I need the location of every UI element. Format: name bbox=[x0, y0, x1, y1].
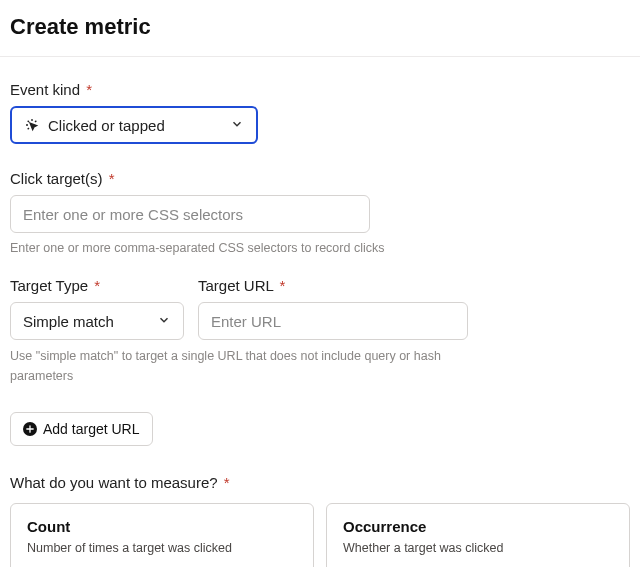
click-targets-label-text: Click target(s) bbox=[10, 170, 103, 187]
measure-label: What do you want to measure? * bbox=[10, 474, 630, 491]
target-type-value: Simple match bbox=[23, 313, 157, 330]
measure-label-text: What do you want to measure? bbox=[10, 474, 218, 491]
target-type-label: Target Type * bbox=[10, 277, 184, 294]
svg-line-3 bbox=[35, 121, 36, 122]
click-targets-input[interactable] bbox=[10, 195, 370, 233]
cursor-click-icon bbox=[24, 117, 40, 133]
measure-option-count[interactable]: Count Number of times a target was click… bbox=[10, 503, 314, 567]
required-asterisk: * bbox=[86, 81, 92, 98]
target-url-label-text: Target URL bbox=[198, 277, 273, 294]
target-type-col: Target Type * Simple match bbox=[10, 277, 184, 340]
page-header: Create metric bbox=[0, 0, 640, 57]
required-asterisk: * bbox=[94, 277, 100, 294]
target-type-select[interactable]: Simple match bbox=[10, 302, 184, 340]
click-targets-help: Enter one or more comma-separated CSS se… bbox=[10, 241, 630, 255]
page-title: Create metric bbox=[10, 14, 630, 40]
measure-option-title: Occurrence bbox=[343, 518, 613, 535]
target-help: Use "simple match" to target a single UR… bbox=[10, 346, 480, 386]
measure-option-desc: Number of times a target was clicked bbox=[27, 541, 297, 555]
svg-line-4 bbox=[28, 128, 29, 129]
required-asterisk: * bbox=[109, 170, 115, 187]
measure-options: Count Number of times a target was click… bbox=[10, 503, 630, 567]
click-targets-label: Click target(s) * bbox=[10, 170, 630, 187]
event-kind-select-wrap: Clicked or tapped bbox=[10, 106, 258, 144]
chevron-down-icon bbox=[230, 117, 244, 134]
required-asterisk: * bbox=[279, 277, 285, 294]
svg-line-2 bbox=[28, 121, 29, 122]
chevron-down-icon bbox=[157, 313, 171, 330]
target-url-label: Target URL * bbox=[198, 277, 468, 294]
event-kind-value: Clicked or tapped bbox=[48, 117, 230, 134]
form-area: Event kind * Clicked or tapped C bbox=[0, 57, 640, 567]
measure-option-title: Count bbox=[27, 518, 297, 535]
target-url-input[interactable] bbox=[198, 302, 468, 340]
event-kind-label-text: Event kind bbox=[10, 81, 80, 98]
target-type-label-text: Target Type bbox=[10, 277, 88, 294]
add-target-url-label: Add target URL bbox=[43, 421, 140, 437]
target-row: Target Type * Simple match Target URL * bbox=[10, 277, 630, 340]
required-asterisk: * bbox=[224, 474, 230, 491]
plus-circle-icon bbox=[23, 422, 37, 436]
add-target-url-button[interactable]: Add target URL bbox=[10, 412, 153, 446]
event-kind-select[interactable]: Clicked or tapped bbox=[10, 106, 258, 144]
click-targets-block: Click target(s) * Enter one or more comm… bbox=[10, 170, 630, 255]
event-kind-label: Event kind * bbox=[10, 81, 630, 98]
measure-option-occurrence[interactable]: Occurrence Whether a target was clicked bbox=[326, 503, 630, 567]
target-url-col: Target URL * bbox=[198, 277, 468, 340]
measure-option-desc: Whether a target was clicked bbox=[343, 541, 613, 555]
